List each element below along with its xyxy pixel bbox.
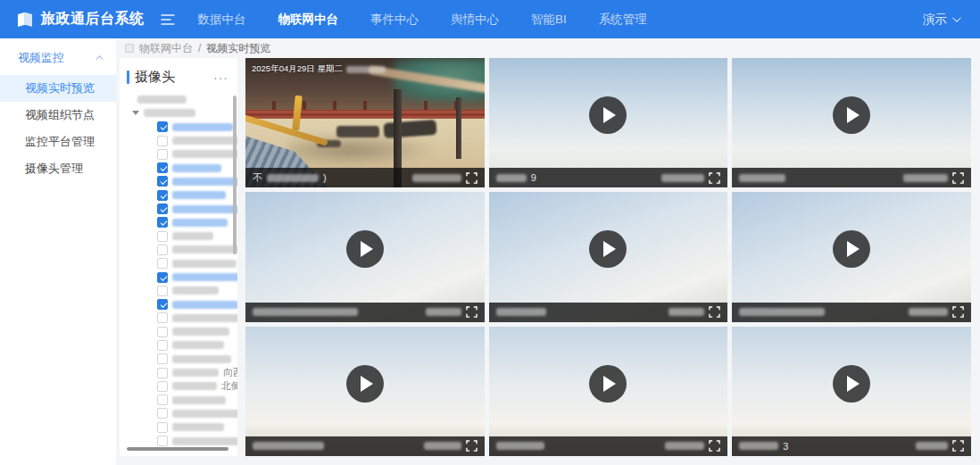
- tree-node[interactable]: 2: [125, 297, 232, 311]
- play-button[interactable]: [346, 365, 384, 403]
- fullscreen-icon[interactable]: [466, 172, 478, 184]
- video-tile[interactable]: [732, 58, 971, 187]
- breadcrumb-item[interactable]: 物联网中台: [139, 41, 193, 56]
- tree-node[interactable]: [125, 407, 232, 420]
- nav-item[interactable]: 智能BI: [531, 12, 567, 28]
- nav-item[interactable]: 事件中心: [370, 12, 419, 28]
- tree-checkbox[interactable]: [157, 272, 168, 283]
- tree-node[interactable]: [125, 325, 232, 338]
- tree-node[interactable]: [125, 134, 232, 147]
- chevron-down-icon: [952, 13, 961, 22]
- tree-checkbox[interactable]: [157, 436, 168, 446]
- video-tile[interactable]: [245, 327, 485, 456]
- video-tile[interactable]: [245, 192, 485, 321]
- fullscreen-icon[interactable]: [709, 440, 720, 452]
- video-tile[interactable]: [732, 192, 971, 321]
- fullscreen-icon[interactable]: [952, 306, 964, 318]
- video-tile[interactable]: 2025年04月29日 星期二不): [245, 58, 485, 187]
- tree-checkbox[interactable]: [157, 368, 168, 378]
- video-tile[interactable]: 3: [732, 327, 971, 456]
- nav-item[interactable]: 物联网中台: [278, 12, 339, 28]
- play-button[interactable]: [833, 230, 870, 268]
- tree-checkbox[interactable]: [157, 217, 168, 228]
- tree-node[interactable]: [125, 257, 232, 270]
- logo[interactable]: 旅政通后台系统: [16, 10, 145, 29]
- tree-checkbox[interactable]: [157, 176, 168, 187]
- tree-node[interactable]: [125, 394, 232, 407]
- tree-node[interactable]: [125, 353, 232, 366]
- tree-node[interactable]: [125, 188, 232, 202]
- fullscreen-icon[interactable]: [952, 440, 964, 452]
- tree-node[interactable]: [125, 229, 232, 243]
- play-button[interactable]: [346, 230, 384, 268]
- tree-checkbox[interactable]: [157, 136, 168, 146]
- tree-node[interactable]: [125, 93, 232, 106]
- play-button[interactable]: [833, 96, 870, 134]
- video-tile[interactable]: 9: [489, 58, 728, 187]
- tree-node[interactable]: [125, 147, 232, 161]
- fullscreen-icon[interactable]: [466, 440, 478, 452]
- video-tile[interactable]: [489, 327, 728, 456]
- tree-node[interactable]: [125, 243, 232, 256]
- tree-checkbox[interactable]: [157, 190, 168, 201]
- user-name: 演示: [923, 12, 947, 28]
- vertical-scrollbar[interactable]: [233, 95, 237, 254]
- tree-checkbox[interactable]: [157, 394, 168, 405]
- tree-node[interactable]: 向西: [125, 366, 232, 379]
- redacted-label: [172, 191, 226, 199]
- tree-node[interactable]: [125, 420, 232, 434]
- tree-node[interactable]: [125, 216, 232, 229]
- nav-item[interactable]: 系统管理: [599, 12, 647, 28]
- play-button[interactable]: [589, 365, 627, 403]
- tree-checkbox[interactable]: [157, 162, 168, 173]
- sidebar-group-video-monitor[interactable]: 视频监控: [0, 38, 116, 75]
- tree-checkbox[interactable]: [157, 327, 168, 337]
- tree-checkbox[interactable]: [157, 340, 168, 351]
- tree-node[interactable]: [125, 106, 232, 120]
- tree-caret-icon[interactable]: [132, 111, 139, 115]
- sidebar-item[interactable]: 视频组织节点: [0, 102, 116, 129]
- tree-node[interactable]: [125, 270, 232, 284]
- nav-item[interactable]: 数据中台: [198, 12, 246, 28]
- play-button[interactable]: [833, 365, 870, 403]
- fullscreen-icon[interactable]: [466, 306, 478, 318]
- menu-collapse-icon[interactable]: [161, 13, 175, 26]
- tree-node[interactable]: 北侧: [125, 379, 232, 393]
- play-button[interactable]: [589, 230, 627, 268]
- tree-node[interactable]: [125, 175, 232, 188]
- play-button[interactable]: [589, 96, 627, 134]
- video-tile[interactable]: [489, 192, 728, 321]
- sidebar-item[interactable]: 摄像头管理: [0, 155, 116, 182]
- tree-node[interactable]: [125, 161, 232, 174]
- tree-node[interactable]: [125, 202, 232, 215]
- camera-label-text: ): [323, 172, 327, 183]
- tree-checkbox[interactable]: [157, 245, 168, 255]
- tree-checkbox[interactable]: [157, 312, 168, 323]
- fullscreen-icon[interactable]: [709, 306, 720, 318]
- tree-checkbox[interactable]: [157, 299, 168, 310]
- tree-node[interactable]: [125, 434, 232, 447]
- sidebar-item[interactable]: 视频实时预览: [0, 75, 116, 102]
- tree-checkbox[interactable]: [157, 149, 168, 160]
- tree-checkbox[interactable]: [157, 121, 168, 132]
- redacted-camera-label: [496, 442, 544, 450]
- ellipsis-menu-icon[interactable]: ···: [213, 74, 228, 81]
- tree-checkbox[interactable]: [157, 353, 168, 364]
- tree-checkbox[interactable]: [157, 381, 168, 392]
- tree-checkbox[interactable]: [157, 408, 168, 419]
- tree-checkbox[interactable]: [157, 231, 168, 242]
- horizontal-scrollbar[interactable]: [127, 447, 228, 451]
- tree-node[interactable]: [125, 338, 232, 352]
- tree-checkbox[interactable]: [157, 422, 168, 433]
- tree-checkbox[interactable]: [157, 203, 168, 214]
- user-menu[interactable]: 演示: [923, 12, 959, 28]
- tree-node[interactable]: [125, 120, 232, 134]
- tree-node[interactable]: [125, 284, 232, 297]
- fullscreen-icon[interactable]: [952, 172, 964, 184]
- tree-checkbox[interactable]: [157, 258, 168, 269]
- sidebar-item[interactable]: 监控平台管理: [0, 129, 116, 155]
- tree-node[interactable]: [125, 311, 232, 325]
- fullscreen-icon[interactable]: [709, 172, 720, 184]
- nav-item[interactable]: 舆情中心: [451, 12, 499, 28]
- tree-checkbox[interactable]: [157, 286, 168, 296]
